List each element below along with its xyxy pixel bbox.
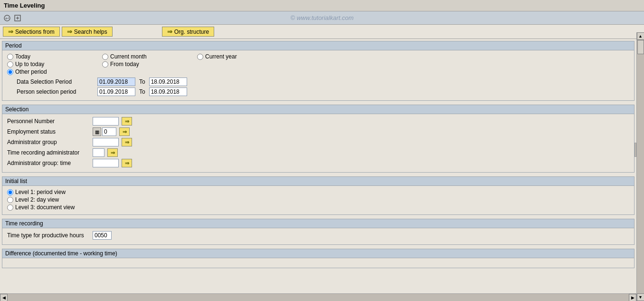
time-recording-admin-input[interactable] — [93, 148, 104, 157]
personnel-number-label: Personnel Number — [7, 118, 93, 125]
scrollbar: ▲ ▼ — [636, 32, 644, 301]
period-radio-row-current-month: Current month — [102, 53, 197, 60]
period-section-title: Period — [2, 41, 634, 50]
org-arrow-icon: ⇒ — [167, 28, 172, 35]
time-recording-admin-label: Time recording administrator — [7, 149, 93, 156]
admin-group-select-btn[interactable]: ⇒ — [122, 138, 132, 146]
label-current-year: Current year — [205, 53, 237, 60]
scroll-right-button[interactable]: ▶ — [629, 294, 636, 301]
employment-status-control: ▦ — [93, 127, 116, 136]
scroll-track[interactable] — [637, 40, 644, 293]
label-up-to-today: Up to today — [15, 61, 44, 68]
back-icon[interactable]: ↩ — [3, 14, 11, 22]
time-recording-section-title: Time recording — [2, 219, 634, 228]
personnel-number-select-btn[interactable]: ⇒ — [122, 117, 132, 126]
resize-handle[interactable] — [635, 143, 636, 157]
radio-level3[interactable] — [7, 204, 13, 211]
period-radio-row-from-today: From today — [102, 61, 197, 68]
person-selection-from-input[interactable] — [97, 87, 135, 96]
initial-list-section-body: Level 1: period view Level 2: day view L… — [2, 186, 634, 214]
radio-current-year[interactable] — [197, 54, 203, 60]
admin-group-row: Administrator group ⇒ — [7, 138, 629, 146]
label-today: Today — [15, 53, 30, 60]
period-radio-group-2: Up to today From today — [7, 61, 629, 68]
toolbar: ↩ © www.tutorialkart.com — [0, 11, 644, 25]
nav-tabs: ⇒ Selections from ⇒ Search helps ⇒ Org. … — [0, 25, 644, 39]
scroll-left-button[interactable]: ◀ — [0, 294, 8, 301]
period-radio-row-other-period: Other period — [7, 68, 102, 75]
label-current-month: Current month — [110, 53, 147, 60]
time-type-row: Time type for productive hours — [7, 231, 629, 240]
horizontal-scrollbar: ◀ ▶ — [0, 293, 636, 301]
employment-status-input[interactable] — [102, 127, 116, 136]
data-selection-from-input[interactable] — [97, 78, 135, 86]
period-section: Period Today Current month Current year — [2, 41, 635, 101]
emp-status-icon[interactable]: ▦ — [93, 127, 101, 136]
tab-search-helps[interactable]: ⇒ Search helps — [62, 27, 113, 37]
selection-section: Selection Personnel Number ⇒ Employment … — [2, 105, 635, 173]
period-radio-row-up-to-today: Up to today — [7, 61, 102, 68]
selection-section-body: Personnel Number ⇒ Employment status ▦ ⇒… — [2, 114, 634, 172]
radio-level2[interactable] — [7, 197, 13, 203]
svg-text:↩: ↩ — [5, 16, 9, 21]
radio-today[interactable] — [7, 54, 13, 60]
label-level2: Level 2: day view — [15, 196, 59, 203]
scroll-thumb[interactable] — [637, 40, 644, 54]
label-other-period: Other period — [15, 68, 47, 75]
scroll-up-button[interactable]: ▲ — [637, 32, 644, 40]
radio-current-month[interactable] — [102, 54, 108, 60]
period-radio-row-current-year: Current year — [197, 53, 292, 60]
period-radio-group-3: Other period — [7, 68, 629, 76]
time-recording-admin-row: Time recording administrator ⇒ — [7, 148, 629, 157]
person-selection-to-input[interactable] — [149, 87, 187, 96]
data-selection-period-label: Data Selection Period — [17, 78, 97, 85]
admin-group-time-select-btn[interactable]: ⇒ — [122, 159, 132, 167]
radio-level1[interactable] — [7, 189, 13, 195]
time-type-input[interactable] — [93, 231, 112, 240]
personnel-number-input[interactable] — [93, 117, 119, 126]
tab-selections-from[interactable]: ⇒ Selections from — [3, 27, 60, 37]
initial-list-section-title: Initial list — [2, 177, 634, 186]
watermark: © www.tutorialkart.com — [290, 14, 353, 21]
tab-org-structure[interactable]: ⇒ Org. structure — [162, 27, 214, 37]
difference-section: Difference (documented time - working ti… — [2, 249, 635, 268]
admin-group-time-row: Administrator group: time ⇒ — [7, 159, 629, 167]
period-radio-group: Today Current month Current year — [7, 53, 629, 61]
employment-status-row: Employment status ▦ ⇒ — [7, 127, 629, 136]
selection-section-title: Selection — [2, 105, 634, 114]
data-selection-to-label: To — [139, 78, 145, 85]
difference-section-title: Difference (documented time - working ti… — [2, 249, 634, 258]
time-type-label: Time type for productive hours — [7, 232, 93, 239]
difference-section-body — [2, 258, 634, 268]
radio-other-period[interactable] — [7, 69, 13, 75]
person-selection-period-row: Person selection period To — [17, 87, 629, 96]
label-from-today: From today — [110, 61, 139, 68]
employment-status-select-btn[interactable]: ⇒ — [119, 127, 130, 136]
period-radio-row-today: Today — [7, 53, 102, 60]
time-recording-section-body: Time type for productive hours — [2, 228, 634, 244]
page-title: Time Leveling — [4, 2, 45, 9]
data-selection-to-input[interactable] — [149, 78, 187, 86]
personnel-number-row: Personnel Number ⇒ — [7, 117, 629, 126]
time-recording-section: Time recording Time type for productive … — [2, 219, 635, 245]
il-level2-row: Level 2: day view — [7, 196, 629, 203]
radio-from-today[interactable] — [102, 61, 108, 68]
il-level1-row: Level 1: period view — [7, 189, 629, 195]
scroll-down-button[interactable]: ▼ — [637, 293, 644, 301]
person-selection-to-label: To — [139, 88, 145, 95]
title-bar: Time Leveling — [0, 0, 644, 11]
person-selection-period-label: Person selection period — [17, 88, 97, 95]
admin-group-input[interactable] — [93, 138, 119, 146]
selections-arrow-icon: ⇒ — [8, 28, 13, 35]
employment-status-label: Employment status — [7, 128, 93, 135]
label-level1: Level 1: period view — [15, 189, 66, 195]
admin-group-label: Administrator group — [7, 139, 93, 146]
horizontal-scroll-track[interactable] — [8, 294, 629, 301]
time-recording-admin-select-btn[interactable]: ⇒ — [107, 148, 118, 157]
data-selection-period-row: Data Selection Period To — [17, 78, 629, 86]
admin-group-time-label: Administrator group: time — [7, 160, 93, 166]
period-section-body: Today Current month Current year Up to t… — [2, 50, 634, 100]
radio-up-to-today[interactable] — [7, 61, 13, 68]
admin-group-time-input[interactable] — [93, 159, 119, 167]
new-icon[interactable] — [13, 14, 22, 22]
